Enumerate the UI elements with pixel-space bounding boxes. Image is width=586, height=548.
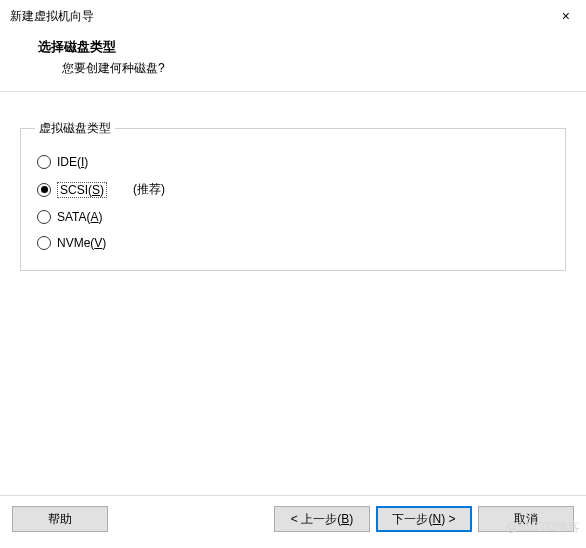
wizard-footer: 帮助 < 上一步(B) 下一步(N) > 取消 bbox=[0, 495, 586, 538]
radio-label-ide[interactable]: IDE(I) bbox=[57, 155, 88, 169]
next-button[interactable]: 下一步(N) > bbox=[376, 506, 472, 532]
label-text: 下一步( bbox=[392, 512, 432, 526]
hotkey: N bbox=[432, 512, 441, 526]
back-button[interactable]: < 上一步(B) bbox=[274, 506, 370, 532]
radio-row-scsi[interactable]: SCSI(S) (推荐) bbox=[37, 181, 551, 198]
label-text: ) bbox=[100, 183, 104, 197]
cancel-button[interactable]: 取消 bbox=[478, 506, 574, 532]
radio-scsi[interactable] bbox=[37, 183, 51, 197]
disk-type-legend: 虚拟磁盘类型 bbox=[35, 120, 115, 137]
radio-row-nvme[interactable]: NVMe(V) bbox=[37, 236, 551, 250]
label-text: ) bbox=[102, 236, 106, 250]
radio-label-scsi[interactable]: SCSI(S) bbox=[57, 182, 107, 198]
label-text: NVMe( bbox=[57, 236, 94, 250]
page-subtitle: 您要创建何种磁盘? bbox=[62, 60, 566, 77]
radio-label-nvme[interactable]: NVMe(V) bbox=[57, 236, 106, 250]
radio-row-ide[interactable]: IDE(I) bbox=[37, 155, 551, 169]
recommended-label: (推荐) bbox=[133, 181, 165, 198]
title-bar: 新建虚拟机向导 × bbox=[0, 0, 586, 30]
label-text: ) > bbox=[441, 512, 455, 526]
hotkey: S bbox=[92, 183, 100, 197]
radio-nvme[interactable] bbox=[37, 236, 51, 250]
label-text: ) bbox=[99, 210, 103, 224]
disk-type-group: 虚拟磁盘类型 IDE(I) SCSI(S) (推荐) SATA(A) NVMe(… bbox=[20, 120, 566, 271]
label-text: < 上一步( bbox=[291, 512, 341, 526]
page-title: 选择磁盘类型 bbox=[38, 38, 566, 56]
close-icon[interactable]: × bbox=[556, 6, 576, 26]
help-button[interactable]: 帮助 bbox=[12, 506, 108, 532]
hotkey: A bbox=[91, 210, 99, 224]
nav-button-group: < 上一步(B) 下一步(N) > 取消 bbox=[274, 506, 574, 532]
radio-ide[interactable] bbox=[37, 155, 51, 169]
label-text: ) bbox=[349, 512, 353, 526]
label-text: SATA( bbox=[57, 210, 91, 224]
window-title: 新建虚拟机向导 bbox=[10, 8, 94, 25]
radio-label-sata[interactable]: SATA(A) bbox=[57, 210, 103, 224]
radio-sata[interactable] bbox=[37, 210, 51, 224]
wizard-content: 虚拟磁盘类型 IDE(I) SCSI(S) (推荐) SATA(A) NVMe(… bbox=[0, 92, 586, 281]
wizard-header: 选择磁盘类型 您要创建何种磁盘? bbox=[0, 30, 586, 92]
label-text: SCSI( bbox=[60, 183, 92, 197]
label-text: ) bbox=[84, 155, 88, 169]
radio-row-sata[interactable]: SATA(A) bbox=[37, 210, 551, 224]
label-text: IDE( bbox=[57, 155, 81, 169]
hotkey: B bbox=[341, 512, 349, 526]
